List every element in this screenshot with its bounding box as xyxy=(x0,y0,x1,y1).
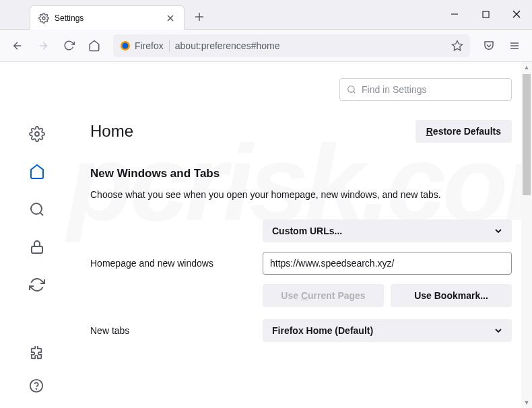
svg-point-6 xyxy=(31,203,42,214)
use-bookmark-button[interactable]: Use Bookmark... xyxy=(391,284,512,307)
section-description: Choose what you see when you open your h… xyxy=(90,189,512,202)
content: Find in Settings Home Restore Defaults N… xyxy=(0,62,532,408)
page-title: Home xyxy=(90,122,133,141)
homepage-url-input[interactable] xyxy=(263,252,512,275)
minimize-button[interactable] xyxy=(439,0,470,29)
sidebar xyxy=(0,62,74,408)
svg-marker-4 xyxy=(453,40,463,50)
toolbar: Firefox about:preferences#home xyxy=(0,30,532,62)
close-icon[interactable] xyxy=(164,11,177,25)
search-icon xyxy=(347,85,356,94)
sidebar-general-icon[interactable] xyxy=(29,126,45,142)
bookmark-star-icon[interactable] xyxy=(451,40,463,52)
gear-icon xyxy=(38,13,49,24)
pocket-icon[interactable] xyxy=(478,35,500,57)
homepage-label: Homepage and new windows xyxy=(90,258,263,269)
homepage-mode-dropdown[interactable]: Custom URLs... xyxy=(263,219,512,242)
identity-box[interactable]: Firefox xyxy=(120,40,164,51)
back-button[interactable] xyxy=(7,35,28,57)
forward-button[interactable] xyxy=(32,35,54,57)
chevron-down-icon xyxy=(494,327,502,335)
divider xyxy=(169,40,170,52)
svg-point-0 xyxy=(42,17,45,20)
newtabs-label: New tabs xyxy=(90,325,263,336)
home-button[interactable] xyxy=(84,35,105,57)
scrollbar[interactable]: ▲ ▼ xyxy=(521,62,532,408)
url-bar[interactable]: Firefox about:preferences#home xyxy=(113,34,470,57)
search-input[interactable]: Find in Settings xyxy=(339,78,512,101)
search-placeholder: Find in Settings xyxy=(362,84,427,95)
newtabs-dropdown[interactable]: Firefox Home (Default) xyxy=(263,319,512,342)
title-bar: Settings xyxy=(0,0,532,30)
reload-button[interactable] xyxy=(58,35,79,57)
firefox-icon xyxy=(120,40,131,51)
sidebar-extensions-icon[interactable] xyxy=(29,346,45,362)
identity-label: Firefox xyxy=(135,40,164,51)
section-title: New Windows and Tabs xyxy=(90,167,512,180)
sidebar-home-icon[interactable] xyxy=(29,164,45,180)
sidebar-help-icon[interactable] xyxy=(29,378,45,395)
new-tab-button[interactable] xyxy=(189,6,210,28)
main-panel: Find in Settings Home Restore Defaults N… xyxy=(74,62,532,408)
restore-defaults-button[interactable]: Restore Defaults xyxy=(415,120,512,143)
maximize-button[interactable] xyxy=(470,0,501,29)
sidebar-privacy-icon[interactable] xyxy=(29,239,45,255)
app-menu-icon[interactable] xyxy=(504,35,525,57)
use-current-pages-button[interactable]: Use Current Pages xyxy=(263,284,384,307)
svg-point-5 xyxy=(35,132,39,136)
scroll-thumb[interactable] xyxy=(523,74,531,195)
url-text: about:preferences#home xyxy=(175,40,446,51)
browser-tab[interactable]: Settings xyxy=(30,5,185,30)
sidebar-search-icon[interactable] xyxy=(29,201,45,217)
sidebar-sync-icon[interactable] xyxy=(29,277,45,293)
svg-point-3 xyxy=(123,42,129,48)
dropdown-value: Firefox Home (Default) xyxy=(272,325,373,336)
tab-title: Settings xyxy=(55,13,164,23)
chevron-down-icon xyxy=(494,227,502,235)
svg-point-9 xyxy=(36,388,37,389)
dropdown-value: Custom URLs... xyxy=(272,226,342,236)
svg-rect-7 xyxy=(32,246,42,253)
svg-rect-1 xyxy=(483,11,489,18)
scroll-down-icon[interactable]: ▼ xyxy=(521,397,532,408)
close-window-button[interactable] xyxy=(501,0,532,29)
svg-point-10 xyxy=(348,86,354,92)
window-controls xyxy=(439,0,532,29)
scroll-up-icon[interactable]: ▲ xyxy=(521,62,532,73)
